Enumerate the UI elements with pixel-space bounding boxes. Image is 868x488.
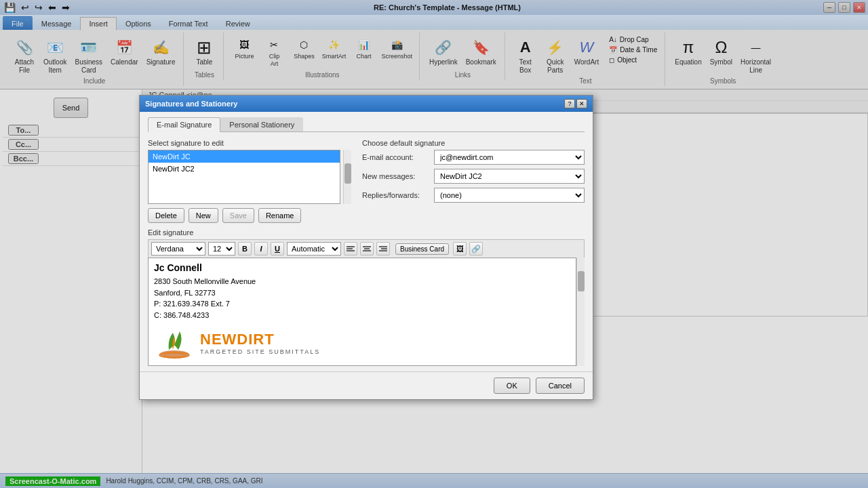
email-account-select[interactable]: jc@newdirt.com <box>434 150 585 165</box>
font-select[interactable]: Verdana <box>151 242 205 256</box>
sig-name: Jc Connell <box>154 262 570 273</box>
edit-toolbar: Verdana 12 B I U Automatic Business Card <box>148 239 585 258</box>
sig-address: 2830 South Mellonville Avenue Sanford, F… <box>154 276 570 321</box>
sig-list[interactable]: NewDirt JC NewDirt JC2 <box>148 150 340 204</box>
align-left-icon <box>347 245 355 252</box>
dialog-help-btn[interactable]: ? <box>564 99 575 108</box>
align-right-btn[interactable] <box>376 242 390 256</box>
ok-button[interactable]: OK <box>494 378 530 394</box>
dialog-tabs: E-mail Signature Personal Stationery <box>148 117 585 132</box>
email-account-row: E-mail account: jc@newdirt.com <box>362 150 585 165</box>
tab-personal-stationery[interactable]: Personal Stationery <box>220 117 303 131</box>
cancel-button[interactable]: Cancel <box>536 378 585 394</box>
align-right-icon <box>379 245 387 252</box>
select-sig-label: Select signature to edit <box>148 139 351 147</box>
replies-select[interactable]: (none) <box>434 188 585 203</box>
align-left-btn[interactable] <box>344 242 357 256</box>
email-account-label: E-mail account: <box>362 153 430 161</box>
sig-item-1[interactable]: NewDirt JC <box>149 150 340 163</box>
replies-row: Replies/forwards: (none) <box>362 188 585 203</box>
bold-btn[interactable]: B <box>238 242 252 256</box>
signatures-dialog: Signatures and Stationery ? ✕ E-mail Sig… <box>139 95 593 400</box>
sig-buttons: Delete New Save Rename <box>148 208 351 223</box>
business-card-insert-btn[interactable]: Business Card <box>395 243 449 255</box>
edit-area-container: Jc Connell 2830 South Mellonville Avenue… <box>148 258 585 366</box>
sig-left: Select signature to edit NewDirt JC NewD… <box>148 139 351 223</box>
delete-btn[interactable]: Delete <box>148 208 184 223</box>
newdirt-logo-svg <box>154 326 195 360</box>
replies-label: Replies/forwards: <box>362 191 430 199</box>
color-select[interactable]: Automatic <box>287 242 341 256</box>
insert-link-icon: 🔗 <box>471 245 481 253</box>
logo-name: NEWDIRT <box>200 331 320 348</box>
dialog-content: E-mail Signature Personal Stationery Sel… <box>140 112 593 371</box>
edit-sig-label: Edit signature <box>148 228 585 237</box>
edit-area-scrollbar[interactable] <box>576 258 585 366</box>
rename-btn[interactable]: Rename <box>258 208 302 223</box>
new-btn[interactable]: New <box>189 208 218 223</box>
logo-text: NEWDIRT TARGETED SITE SUBMITTALS <box>200 331 320 355</box>
save-btn[interactable]: Save <box>222 208 254 223</box>
insert-link-btn[interactable]: 🔗 <box>469 242 483 256</box>
logo-tagline: TARGETED SITE SUBMITTALS <box>200 348 320 355</box>
sig-list-scroll-thumb[interactable] <box>344 163 351 184</box>
dialog-footer: OK Cancel <box>140 371 593 399</box>
sig-section: Select signature to edit NewDirt JC NewD… <box>148 139 585 223</box>
dialog-controls: ? ✕ <box>564 99 587 108</box>
new-messages-label: New messages: <box>362 172 430 180</box>
choose-default-label: Choose default signature <box>362 139 585 147</box>
dialog-title: Signatures and Stationery <box>145 100 237 108</box>
edit-area[interactable]: Jc Connell 2830 South Mellonville Avenue… <box>148 258 576 366</box>
insert-image-btn[interactable]: 🖼 <box>453 242 467 256</box>
underline-btn[interactable]: U <box>271 242 284 256</box>
sig-item-2[interactable]: NewDirt JC2 <box>149 163 340 175</box>
align-center-btn[interactable] <box>360 242 374 256</box>
tab-email-signature[interactable]: E-mail Signature <box>148 117 220 132</box>
sig-list-scrollbar[interactable] <box>343 150 351 204</box>
new-messages-row: New messages: NewDirt JC2 <box>362 169 585 184</box>
dialog-titlebar: Signatures and Stationery ? ✕ <box>140 96 593 112</box>
dialog-close-btn[interactable]: ✕ <box>576 99 587 108</box>
sig-right: Choose default signature E-mail account:… <box>362 139 585 223</box>
insert-image-icon: 🖼 <box>456 245 464 253</box>
edit-area-scroll-thumb[interactable] <box>578 271 585 291</box>
sig-logo: NEWDIRT TARGETED SITE SUBMITTALS <box>154 326 570 360</box>
new-messages-select[interactable]: NewDirt JC2 <box>434 169 585 184</box>
italic-btn[interactable]: I <box>254 242 268 256</box>
size-select[interactable]: 12 <box>208 242 235 256</box>
align-center-icon <box>363 245 371 252</box>
